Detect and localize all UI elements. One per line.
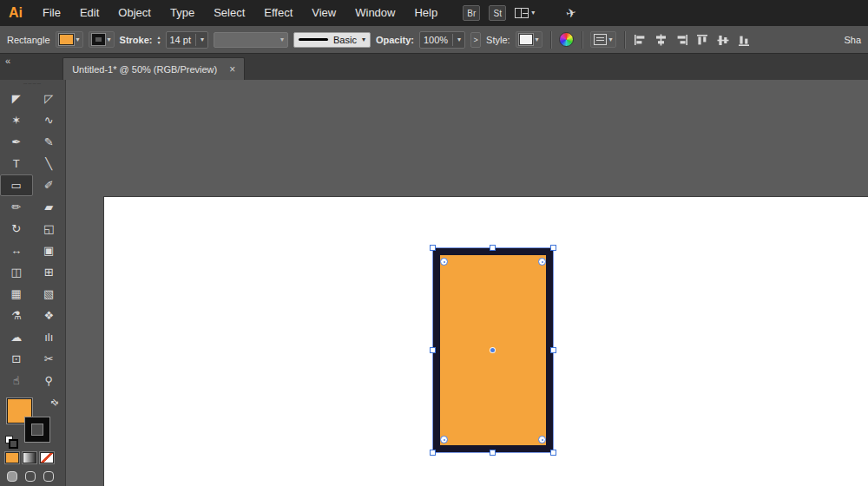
- width-tool[interactable]: ↔: [0, 240, 33, 261]
- align-left-icon: [634, 34, 647, 46]
- menu-item-edit[interactable]: Edit: [70, 0, 108, 26]
- handle-middle-right[interactable]: [550, 347, 556, 353]
- color-mode-button[interactable]: [5, 452, 19, 463]
- handle-bottom-center[interactable]: [490, 450, 496, 456]
- scale-tool[interactable]: ◱: [33, 218, 66, 240]
- mesh-icon: ▦: [11, 288, 22, 299]
- menu-item-object[interactable]: Object: [108, 0, 161, 26]
- rotate-tool[interactable]: ↻: [0, 218, 33, 240]
- illustrator-window: Ai File Edit Object Type Select Effect V…: [0, 0, 868, 486]
- lasso-tool[interactable]: ∿: [33, 109, 66, 131]
- column-graph-tool[interactable]: ılı: [33, 326, 66, 348]
- stroke-weight-select[interactable]: 14 pt ▾: [166, 31, 208, 49]
- recolor-artwork-icon[interactable]: [559, 32, 574, 47]
- tools-panel-grip[interactable]: ┄┄┄┄: [0, 80, 65, 88]
- brush-definition-dropdown[interactable]: Basic ▾: [293, 32, 371, 48]
- align-left-button[interactable]: [633, 32, 648, 48]
- magic-wand-tool[interactable]: ✶: [0, 109, 33, 131]
- line-segment-tool[interactable]: ╲: [33, 153, 66, 174]
- align-center-vertical-button[interactable]: [716, 32, 732, 48]
- free-transform-tool[interactable]: ▣: [33, 240, 66, 261]
- gradient-mode-button[interactable]: [23, 452, 36, 463]
- align-top-button[interactable]: [695, 32, 711, 48]
- eyedropper-icon: ⚗: [11, 310, 22, 321]
- slice-tool[interactable]: ✂: [33, 348, 66, 370]
- pen-icon: ✒: [11, 136, 21, 148]
- gradient-tool[interactable]: ▧: [33, 283, 66, 305]
- menu-item-effect[interactable]: Effect: [254, 0, 302, 26]
- symbol-sprayer-tool[interactable]: ☁: [0, 326, 33, 348]
- graphic-style-dropdown[interactable]: ▾: [516, 31, 542, 48]
- canvas-area[interactable]: [66, 80, 868, 486]
- stepper-down-icon[interactable]: ▾: [157, 40, 160, 45]
- corner-widget-bottom-right[interactable]: [538, 436, 546, 443]
- eraser-tool[interactable]: ▰: [33, 196, 66, 218]
- default-fill-stroke-icon[interactable]: [5, 436, 16, 447]
- eyedropper-tool[interactable]: ⚗: [0, 305, 33, 326]
- tools-grid: ◤◸✶∿✒✎T╲▭✐✏▰↻◱↔▣◫⊞▦▧⚗❖☁ılı⊡✂☝⚲: [0, 88, 65, 391]
- menu-item-view[interactable]: View: [302, 0, 345, 26]
- align-bottom-button[interactable]: [737, 32, 753, 48]
- corner-widget-bottom-left[interactable]: [440, 436, 448, 443]
- share-icon[interactable]: ✈: [565, 5, 578, 21]
- handle-top-center[interactable]: [490, 245, 496, 251]
- artboard-tool[interactable]: ⊡: [0, 348, 33, 370]
- close-tab-icon[interactable]: ×: [229, 63, 235, 76]
- blend-tool[interactable]: ❖: [33, 305, 66, 326]
- mesh-tool[interactable]: ▦: [0, 283, 33, 305]
- stroke-indicator[interactable]: [25, 417, 49, 442]
- center-point[interactable]: [490, 348, 495, 352]
- perspective-grid-tool[interactable]: ⊞: [33, 261, 66, 283]
- shape-builder-tool[interactable]: ◫: [0, 261, 33, 283]
- align-right-button[interactable]: [674, 32, 690, 48]
- menu-item-type[interactable]: Type: [161, 0, 204, 26]
- workspace-switcher[interactable]: ▾: [515, 8, 535, 18]
- screen-mode-fullscreen-button[interactable]: [43, 471, 54, 482]
- corner-widget-top-right[interactable]: [538, 258, 546, 266]
- opacity-panel-button[interactable]: >: [470, 32, 481, 48]
- stroke-weight-stepper[interactable]: ▴ ▾: [157, 35, 160, 45]
- bridge-button[interactable]: Br: [463, 5, 480, 21]
- screen-mode-normal-button[interactable]: [7, 471, 17, 482]
- tab-bar: « Untitled-1* @ 50% (RGB/Preview) ×: [0, 54, 868, 80]
- type-icon: T: [13, 158, 20, 169]
- corner-widget-top-left[interactable]: [440, 258, 448, 266]
- none-mode-button[interactable]: [40, 452, 54, 463]
- hand-tool[interactable]: ☝: [0, 370, 33, 391]
- symbol-sprayer-icon: ☁: [10, 332, 22, 343]
- align-right-icon: [675, 34, 688, 46]
- width-profile-dropdown[interactable]: ▾: [214, 32, 288, 48]
- menu-item-help[interactable]: Help: [404, 0, 447, 26]
- handle-middle-left[interactable]: [430, 347, 436, 353]
- rectangle-tool[interactable]: ▭: [0, 174, 33, 196]
- swap-fill-stroke-icon[interactable]: ⇄: [49, 397, 61, 409]
- pen-tool[interactable]: ✒: [0, 131, 33, 153]
- menu-item-file[interactable]: File: [33, 0, 70, 26]
- chevron-down-icon: ▾: [457, 36, 461, 43]
- pencil-icon: ✏: [11, 201, 21, 213]
- handle-bottom-left[interactable]: [430, 450, 436, 456]
- selection-tool[interactable]: ◤: [0, 88, 33, 109]
- curvature-tool[interactable]: ✎: [33, 131, 66, 153]
- opacity-select[interactable]: 100% ▾: [419, 31, 465, 49]
- screen-mode-fullscreen-menu-button[interactable]: [25, 471, 36, 482]
- zoom-tool[interactable]: ⚲: [33, 370, 66, 391]
- menu-item-window[interactable]: Window: [345, 0, 404, 26]
- collapse-panels-button[interactable]: «: [0, 54, 16, 68]
- stroke-color-dropdown[interactable]: ▾: [89, 31, 115, 48]
- fill-color-dropdown[interactable]: ▾: [56, 31, 83, 48]
- document-setup-dropdown[interactable]: ▾: [590, 31, 616, 48]
- stock-button[interactable]: St: [489, 5, 506, 21]
- paintbrush-tool[interactable]: ✐: [33, 174, 66, 196]
- handle-top-right[interactable]: [550, 245, 556, 251]
- selected-rectangle[interactable]: [433, 248, 553, 452]
- type-tool[interactable]: T: [0, 153, 33, 174]
- align-center-horizontal-button[interactable]: [654, 32, 669, 48]
- document-tab[interactable]: Untitled-1* @ 50% (RGB/Preview) ×: [62, 57, 245, 80]
- handle-top-left[interactable]: [430, 245, 436, 251]
- menu-item-select[interactable]: Select: [204, 0, 254, 26]
- free-transform-icon: ▣: [43, 245, 54, 256]
- pencil-tool[interactable]: ✏: [0, 196, 33, 218]
- direct-selection-tool[interactable]: ◸: [33, 88, 66, 109]
- handle-bottom-right[interactable]: [550, 450, 556, 456]
